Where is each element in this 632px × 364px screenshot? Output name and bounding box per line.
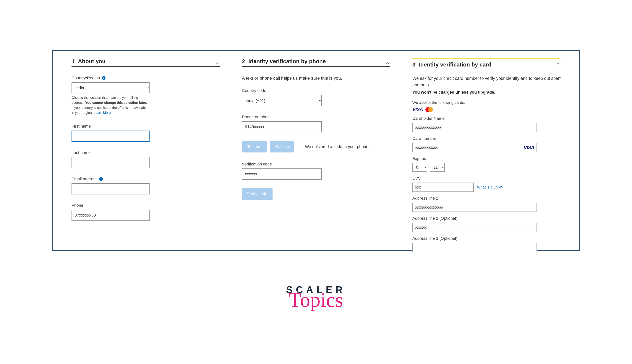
signup-form-screenshot: 1 About you Country/Region i India Choos… [52, 50, 580, 251]
country-label: Country/Region [72, 76, 100, 80]
card-number-label: Card number [412, 136, 560, 141]
learn-more-link[interactable]: Learn More [94, 111, 111, 114]
visa-icon: VISA [524, 145, 534, 150]
first-name-label: First name [72, 124, 220, 129]
address1-label: Address line 1 [412, 196, 560, 201]
delivered-message: We delivered a code to your phone. [305, 144, 370, 149]
first-name-input[interactable] [72, 130, 150, 142]
chevron-up-icon[interactable] [215, 61, 220, 66]
address2-label: Address line 2 (Optional) [412, 216, 560, 221]
address2-input[interactable] [412, 223, 537, 232]
section-title: Identity verification by card [419, 62, 491, 68]
section-title: Identity verification by phone [248, 58, 326, 64]
verify-code-button[interactable]: Verify code [242, 188, 272, 200]
section-title: About you [78, 58, 106, 64]
info-icon[interactable]: i [102, 76, 106, 80]
last-name-label: Last name [72, 150, 220, 155]
expiry-year-select[interactable]: 21 [430, 163, 445, 172]
phone-number-input[interactable] [242, 121, 322, 132]
phone-input[interactable] [72, 210, 150, 221]
cvv-label: CVV [412, 176, 560, 181]
section-number: 1 [72, 58, 75, 64]
address1-input[interactable] [412, 202, 537, 212]
scaler-topics-logo: SCALER Topics [286, 284, 346, 309]
chevron-up-icon[interactable] [556, 62, 560, 67]
logo-line2: Topics [286, 291, 346, 309]
section-number: 2 [242, 58, 245, 64]
verification-code-input[interactable] [242, 168, 322, 180]
call-me-button[interactable]: Call me [270, 141, 294, 152]
country-select[interactable]: India [72, 82, 150, 94]
country-code-select[interactable]: India (+91) [242, 95, 322, 106]
card-intro: We ask for your credit card number to ve… [412, 75, 565, 88]
what-is-cvv-link[interactable]: What is a CVV? [477, 185, 503, 190]
panel-about-you: 1 About you Country/Region i India Choos… [72, 58, 220, 250]
email-input[interactable] [72, 183, 150, 194]
expires-label: Expires [412, 156, 560, 161]
info-icon[interactable]: i [99, 177, 103, 181]
phone-number-label: Phone number [242, 114, 390, 120]
section-number: 3 [412, 62, 416, 68]
card-intro-bold: You won't be charged unless you upgrade. [412, 90, 560, 95]
email-label: Email address [72, 176, 97, 182]
last-name-input[interactable] [72, 157, 150, 168]
phone-intro: A text or phone call helps us make sure … [242, 76, 390, 81]
expiry-month-select[interactable]: 0 [412, 163, 427, 172]
panel-verify-card: 3 Identity verification by card We ask f… [412, 58, 560, 250]
verification-code-label: Verification code [242, 162, 390, 166]
card-number-input[interactable] [412, 143, 537, 152]
visa-icon: VISA [412, 106, 423, 112]
address3-label: Address line 3 (Optional) [412, 236, 560, 241]
panel-verify-phone: 2 Identity verification by phone A text … [242, 58, 390, 250]
chevron-up-icon[interactable] [385, 61, 390, 66]
card-logos: VISA [412, 106, 560, 112]
address3-input[interactable] [412, 243, 537, 252]
country-code-label: Country code [242, 88, 390, 93]
text-me-button[interactable]: Text me [242, 141, 266, 152]
mastercard-icon [426, 107, 433, 112]
cvv-input[interactable] [412, 182, 474, 192]
cardholder-input[interactable] [412, 123, 537, 132]
accept-cards-label: We accept the following cards: [412, 100, 560, 105]
cardholder-label: Cardholder Name [412, 116, 560, 121]
country-helper: Choose the location that matches your bi… [72, 95, 150, 115]
phone-label: Phone [72, 203, 220, 208]
